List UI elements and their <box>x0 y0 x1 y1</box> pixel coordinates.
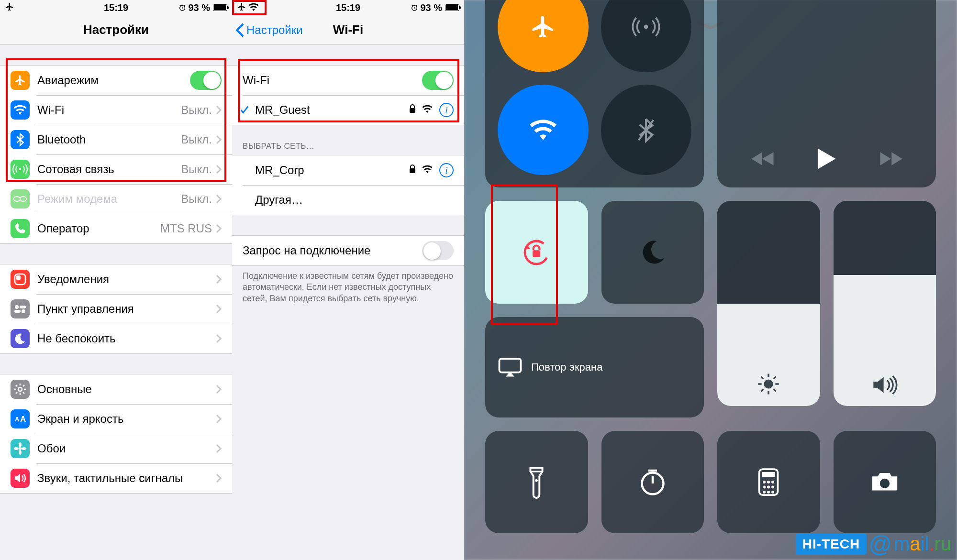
airplane-status-icon <box>5 2 14 14</box>
mirror-label: Повтор экрана <box>531 361 602 373</box>
sound-icon <box>11 469 30 488</box>
svg-rect-42 <box>500 359 521 373</box>
settings-row[interactable]: AAЭкран и яркость <box>0 404 232 434</box>
settings-row[interactable]: Пункт управления <box>0 294 232 324</box>
row-label: Звуки, тактильные сигналы <box>37 472 216 485</box>
page-title: Настройки <box>83 22 149 37</box>
svg-point-22 <box>19 442 22 447</box>
svg-line-39 <box>774 389 776 392</box>
airplane-icon <box>11 71 30 90</box>
timer-button[interactable] <box>601 431 704 534</box>
flashlight-button[interactable] <box>485 431 588 534</box>
network-row[interactable]: MR_Corp i <box>232 155 464 185</box>
svg-line-17 <box>23 385 24 386</box>
nav-bar: Настройки Wi-Fi <box>232 15 464 45</box>
lock-icon <box>409 165 416 176</box>
at-icon: @ <box>868 531 892 557</box>
back-label: Настройки <box>246 23 303 37</box>
row-value: Выкл. <box>181 163 212 176</box>
airplane-mode-button[interactable] <box>498 0 589 72</box>
svg-text:A: A <box>15 416 20 423</box>
available-networks-group: MR_Corp i Другая… <box>232 155 464 215</box>
network-name: MR_Guest <box>255 103 409 117</box>
control-center-grid: Музыка Повтор экрана <box>464 0 957 560</box>
wifi-icon <box>11 100 30 120</box>
page-title: Wi-Fi <box>333 22 363 37</box>
do-not-disturb-button[interactable] <box>601 201 704 304</box>
connected-network-row[interactable]: MR_Guest i <box>232 95 464 125</box>
control-center-screen: Музыка Повтор экрана <box>464 0 957 560</box>
screen-mirroring-button[interactable]: Повтор экрана <box>485 317 704 417</box>
other-network-row[interactable]: Другая… <box>232 185 464 215</box>
row-label: Bluetooth <box>37 133 181 146</box>
battery-percent: 93 % <box>420 2 442 13</box>
rotation-lock-button[interactable] <box>485 201 588 304</box>
ask-to-join-row[interactable]: Запрос на подключение <box>232 236 464 265</box>
info-button[interactable]: i <box>439 103 454 117</box>
svg-point-54 <box>767 485 770 488</box>
settings-row[interactable]: Wi-FiВыкл. <box>0 95 232 125</box>
wifi-button[interactable] <box>498 85 589 176</box>
svg-point-53 <box>763 485 766 488</box>
settings-row[interactable]: Авиарежим <box>0 66 232 95</box>
row-label: Авиарежим <box>37 74 190 87</box>
calculator-button[interactable] <box>717 431 820 534</box>
wifi-status-icon <box>248 2 259 13</box>
bluetooth-button[interactable] <box>601 85 692 176</box>
cellular-data-button[interactable] <box>601 0 692 72</box>
row-label: Уведомления <box>37 273 216 286</box>
watermark: HI-TECH @ mail.ru <box>796 531 951 557</box>
svg-point-58 <box>771 491 774 494</box>
row-label: Не беспокоить <box>37 332 216 345</box>
toggle-switch[interactable] <box>190 71 222 90</box>
settings-group-general: ОсновныеAAЭкран и яркостьОбоиЗвуки, такт… <box>0 374 232 494</box>
wifi-signal-icon <box>422 105 433 115</box>
wifi-signal-icon <box>422 165 433 175</box>
svg-point-6 <box>15 305 19 309</box>
svg-point-10 <box>18 387 22 391</box>
settings-row[interactable]: Не беспокоить <box>0 324 232 353</box>
camera-button[interactable] <box>834 431 936 534</box>
chevron-right-icon <box>216 224 222 233</box>
battery-percent: 93 % <box>188 2 210 13</box>
connectivity-tile <box>485 0 704 187</box>
brightness-slider[interactable] <box>717 201 820 406</box>
wifi-settings-screen: 15:19 93 % Настройки Wi-Fi Wi-Fi MR_Gues… <box>232 0 464 560</box>
settings-row[interactable]: ОператорMTS RUS <box>0 214 232 243</box>
chevron-right-icon <box>216 384 222 394</box>
svg-point-8 <box>22 309 25 313</box>
row-value: Выкл. <box>181 133 212 146</box>
info-button[interactable]: i <box>439 163 454 177</box>
watermark-hitech: HI-TECH <box>796 534 867 555</box>
svg-point-23 <box>19 450 22 455</box>
row-label: Сотовая связь <box>37 163 181 176</box>
row-value: Выкл. <box>181 192 212 206</box>
settings-row[interactable]: Уведомления <box>0 264 232 294</box>
svg-point-55 <box>771 485 774 488</box>
svg-point-56 <box>763 491 766 494</box>
settings-row[interactable]: Режим модемаВыкл. <box>0 184 232 214</box>
svg-rect-7 <box>20 306 26 308</box>
settings-row[interactable]: Звуки, тактильные сигналы <box>0 463 232 493</box>
volume-slider[interactable] <box>834 201 936 406</box>
media-tile[interactable]: Музыка <box>717 0 936 187</box>
wifi-switch[interactable] <box>422 71 454 90</box>
row-label: Экран и яркость <box>37 412 216 426</box>
svg-rect-3 <box>20 197 26 201</box>
prev-track-button[interactable] <box>751 151 775 169</box>
settings-row[interactable]: BluetoothВыкл. <box>0 125 232 154</box>
ask-join-switch[interactable] <box>422 241 454 260</box>
notif-icon <box>11 270 30 289</box>
next-track-button[interactable] <box>879 151 903 169</box>
settings-row[interactable]: Основные <box>0 374 232 404</box>
settings-row[interactable]: Сотовая связьВыкл. <box>0 154 232 184</box>
svg-point-25 <box>22 447 26 450</box>
wifi-toggle-row[interactable]: Wi-Fi <box>232 66 464 95</box>
play-button[interactable] <box>816 147 837 172</box>
checkmark-icon <box>238 105 251 115</box>
back-button[interactable]: Настройки <box>237 23 303 37</box>
svg-rect-9 <box>14 310 21 313</box>
settings-row[interactable]: Обои <box>0 434 232 463</box>
antenna-icon <box>11 160 30 179</box>
settings-root-screen: 15:19 93 % Настройки АвиарежимWi-FiВыкл.… <box>0 0 232 560</box>
